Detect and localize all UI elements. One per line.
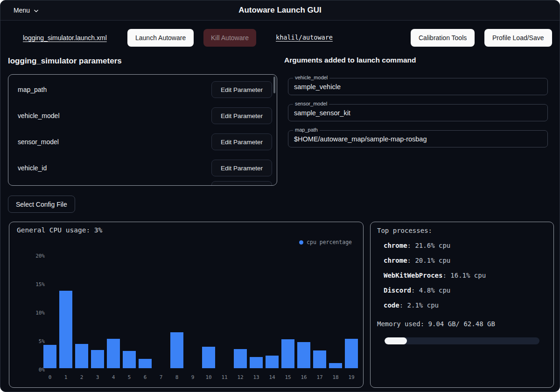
process-item: chrome: 20.1% cpu (384, 257, 450, 264)
param-label: map_path (18, 86, 47, 93)
x-axis-label: 17 (313, 374, 326, 380)
launch-autoware-button[interactable]: Launch Autoware (127, 29, 194, 47)
y-axis-tick: 15% (35, 281, 45, 287)
x-axis-label: 15 (281, 374, 294, 380)
param-row: vehicle_idEdit Parameter (8, 155, 277, 181)
x-axis-label: 5 (123, 374, 136, 380)
bar (250, 357, 263, 368)
argument-field: map_path (288, 130, 548, 147)
argument-field: sensor_model (288, 104, 548, 121)
scrollbar-thumb[interactable] (273, 77, 275, 93)
parameters-panel: map_pathEdit Parametervehicle_modelEdit … (8, 74, 277, 186)
x-axis-label: 4 (107, 374, 120, 380)
edit-parameter-button[interactable]: Edit Parameter (211, 81, 272, 98)
x-axis-label: 1 (59, 374, 72, 380)
process-item: Discord: 4.8% cpu (384, 287, 450, 294)
x-axis-label: 8 (170, 374, 183, 380)
param-label: vehicle_model (18, 112, 60, 119)
argument-field-input[interactable] (288, 105, 547, 121)
process-name: code (384, 301, 399, 309)
process-name: WebKitWebProces (384, 272, 442, 279)
x-axis-label: 16 (297, 374, 310, 380)
x-axis-label: 9 (186, 374, 199, 380)
cpu-usage-chart-panel: General CPU usage: 3% cpu percentage 0%5… (9, 222, 364, 388)
repo-link[interactable]: khalil/autoware (276, 34, 333, 41)
bar (139, 359, 152, 368)
bar (313, 350, 326, 368)
x-axis-label: 19 (345, 374, 358, 380)
chart-title: General CPU usage: 3% (17, 226, 102, 234)
top-bar: Menu Autoware Launch GUI (0, 0, 560, 21)
bar (123, 351, 136, 368)
process-item: code: 2.1% cpu (384, 301, 439, 309)
process-cpu: : 20.1% cpu (407, 257, 451, 264)
param-label: sensor_model (18, 138, 59, 146)
param-row: sensor_modelEdit Parameter (8, 129, 277, 155)
param-label: vehicle_id (18, 164, 47, 172)
x-axis-label: 12 (234, 374, 247, 380)
param-row: map_pathEdit Parameter (8, 77, 277, 103)
bar (234, 349, 247, 368)
argument-field-label: map_path (293, 127, 320, 133)
process-name: chrome (384, 257, 407, 264)
memory-progress-fill (385, 337, 407, 344)
x-axis-label: 13 (250, 374, 263, 380)
bar-series (43, 291, 361, 368)
parameters-heading: logging_simulator parameters (8, 56, 122, 66)
kill-autoware-button[interactable]: Kill Autoware (203, 29, 256, 47)
bar (43, 345, 56, 368)
x-axis-label: 10 (202, 374, 215, 380)
chart-legend: cpu percentage (299, 239, 352, 245)
x-axis-label: 14 (266, 374, 279, 380)
edit-parameter-button[interactable] (211, 181, 272, 186)
select-config-file-button[interactable]: Select Config File (8, 196, 75, 213)
bar (266, 356, 279, 368)
top-processes-panel: Top processes: chrome: 21.6% cpuchrome: … (370, 222, 554, 388)
x-axis-label: 6 (139, 374, 152, 380)
argument-field-input[interactable] (288, 131, 547, 147)
process-name: chrome (384, 242, 407, 249)
process-item: chrome: 21.6% cpu (384, 242, 450, 249)
page-title: Autoware Launch GUI (0, 0, 560, 20)
process-cpu: : 2.1% cpu (399, 301, 439, 309)
process-cpu: : 21.6% cpu (407, 242, 451, 249)
calibration-tools-button[interactable]: Calibration Tools (411, 29, 475, 47)
bar (281, 339, 294, 368)
memory-progressbar (385, 337, 539, 344)
edit-parameter-button[interactable]: Edit Parameter (211, 160, 272, 176)
legend-dot-icon (299, 240, 303, 245)
bar (345, 339, 358, 368)
bar (202, 347, 215, 368)
edit-parameter-button[interactable]: Edit Parameter (211, 133, 272, 150)
edit-parameter-button[interactable]: Edit Parameter (211, 107, 272, 124)
x-axis-label: 0 (43, 374, 56, 380)
process-item: WebKitWebProces: 16.1% cpu (384, 272, 486, 279)
bar (75, 344, 88, 368)
profile-load-save-button[interactable]: Profile Load/Save (484, 29, 552, 47)
bar (170, 332, 183, 368)
argument-field: vehicle_model (288, 78, 548, 95)
app-window: Menu Autoware Launch GUI logging_simulat… (0, 0, 560, 392)
memory-used-label: Memory used: 9.04 GB/ 62.48 GB (377, 320, 495, 328)
bar (107, 339, 120, 368)
launch-file-link[interactable]: logging_simulator.launch.xml (23, 34, 107, 42)
x-axis-label: 2 (75, 374, 88, 380)
processes-heading: Top processes: (377, 227, 432, 234)
x-axis-label: 18 (329, 374, 342, 380)
argument-field-input[interactable] (288, 78, 547, 95)
bar (329, 363, 342, 368)
process-cpu: : 16.1% cpu (442, 272, 486, 279)
x-axis-label: 11 (218, 374, 231, 380)
process-name: Discord (384, 287, 411, 294)
arguments-heading: Arguments added to launch command (284, 56, 416, 64)
x-axis-labels: 012345678910111213141516171819 (43, 374, 361, 380)
param-row-partial (8, 181, 277, 186)
argument-field-label: vehicle_model (293, 75, 329, 80)
x-axis-label: 7 (154, 374, 168, 380)
process-cpu: : 4.8% cpu (411, 287, 450, 294)
bar (297, 342, 310, 368)
y-axis-tick: 20% (35, 253, 45, 259)
x-axis-label: 3 (91, 374, 104, 380)
legend-label: cpu percentage (307, 239, 352, 245)
bar (59, 291, 72, 368)
